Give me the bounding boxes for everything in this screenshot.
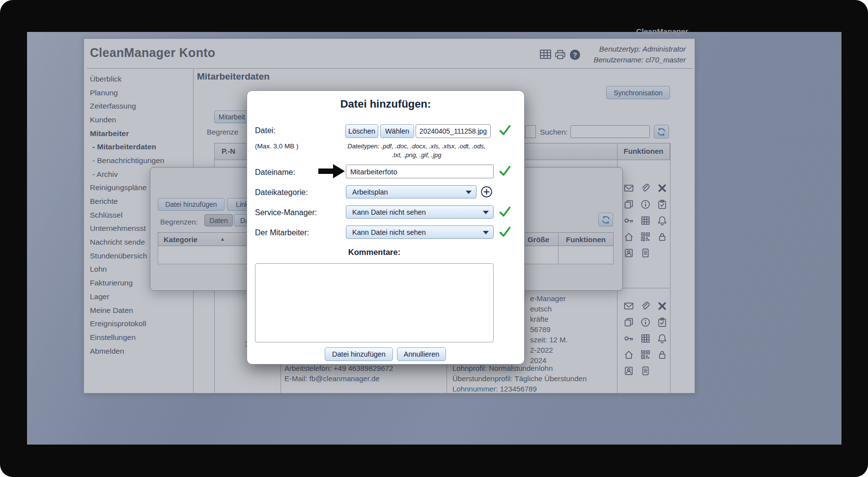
service-manager-label: Service-Manager: (255, 208, 317, 217)
screen-frame: CleanManager Konto ? Benutzertyp: Admini… (0, 0, 868, 477)
chevron-down-icon (483, 211, 489, 214)
filename-input[interactable] (346, 165, 494, 178)
chevron-down-icon (466, 191, 472, 194)
service-manager-value: Kann Datei nicht sehen (352, 208, 426, 216)
modal-title: Datei hinzufügen: (247, 98, 524, 111)
filetypes-line1: Dateitypen: .pdf, .doc, .docx, .xls, .xl… (336, 142, 498, 151)
category-label: Dateikategorie: (255, 188, 308, 197)
category-select[interactable]: Arbeitsplan (346, 185, 476, 198)
cleanmanager-logo: CleanManager (636, 27, 688, 36)
check-icon (499, 225, 511, 238)
employee-label: Der Mitarbeiter: (255, 228, 309, 237)
employee-select[interactable]: Kann Datei nicht sehen (346, 225, 494, 239)
plus-icon[interactable] (480, 186, 493, 198)
check-icon (499, 165, 511, 177)
check-icon (499, 124, 511, 137)
service-manager-select[interactable]: Kann Datei nicht sehen (346, 205, 494, 219)
submit-add-file-button[interactable]: Datei hinzufügen (325, 347, 393, 361)
comments-textarea[interactable] (255, 263, 494, 342)
comments-label: Kommentare: (255, 248, 494, 257)
selected-file-name: 20240405_111258.jpg (416, 124, 491, 138)
cancel-button[interactable]: Annullieren (397, 347, 446, 361)
employee-value: Kann Datei nicht sehen (352, 228, 426, 236)
check-icon (499, 205, 511, 218)
arrow-annotation (318, 163, 345, 179)
max-size-label: (Max. 3,0 MB ) (255, 142, 299, 150)
delete-file-button[interactable]: Löschen (345, 124, 378, 138)
filename-label: Dateiname: (255, 168, 295, 177)
add-file-modal: Datei hinzufügen: Datei: Löschen Wählen … (247, 90, 525, 365)
filetypes-note: Dateitypen: .pdf, .doc, .docx, .xls, .xl… (336, 142, 498, 160)
file-label: Datei: (255, 126, 276, 135)
filetypes-line2: .txt, .png, .gif, .jpg (336, 151, 498, 160)
choose-file-button[interactable]: Wählen (380, 124, 414, 138)
chevron-down-icon (483, 231, 489, 234)
category-value: Arbeitsplan (352, 188, 388, 196)
